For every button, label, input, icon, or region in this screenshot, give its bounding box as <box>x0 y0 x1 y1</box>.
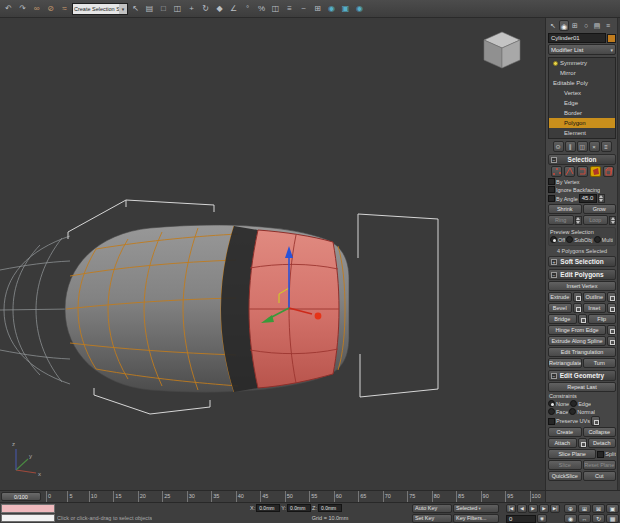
maximize-viewport-icon[interactable]: ▦ <box>606 514 619 523</box>
curve-editor-icon[interactable]: ~ <box>297 2 310 16</box>
edit-triangulation-button[interactable]: Edit Triangulation <box>548 347 616 357</box>
set-key-button[interactable]: Set Key <box>412 514 452 523</box>
listener-macro-line[interactable] <box>1 504 55 513</box>
loop-spinner[interactable] <box>609 216 616 225</box>
zoom-extents-icon[interactable]: ⊠ <box>592 504 605 513</box>
current-frame-field[interactable]: 0 <box>506 515 536 523</box>
constraint-face-radio[interactable] <box>548 408 555 415</box>
by-vertex-checkbox[interactable] <box>548 178 555 185</box>
expand-icon[interactable]: + <box>551 259 557 265</box>
insert-vertex-button[interactable]: Insert Vertex <box>548 281 616 291</box>
preserve-uvs-settings-button[interactable] <box>591 416 600 426</box>
window-crossing-icon[interactable]: ◫ <box>171 2 184 16</box>
key-filters-button[interactable]: Key Filters... <box>453 514 499 523</box>
constraint-none-radio[interactable] <box>548 400 555 407</box>
quickslice-button[interactable]: QuickSlice <box>548 471 582 481</box>
ignore-backfacing-checkbox[interactable] <box>548 186 555 193</box>
flip-button[interactable]: Flip <box>588 314 617 324</box>
pan-icon[interactable]: ↔ <box>578 514 591 523</box>
create-button[interactable]: Create <box>548 427 582 437</box>
tab-motion[interactable]: ○ <box>581 20 591 31</box>
edge-mode-icon[interactable] <box>564 166 575 177</box>
next-frame-button[interactable]: ▶ <box>539 504 549 513</box>
play-button[interactable]: ▶ <box>528 504 538 513</box>
perspective-viewport[interactable]: x y z <box>0 18 545 490</box>
redo-icon[interactable]: ↷ <box>16 2 29 16</box>
auto-key-button[interactable]: Auto Key <box>412 504 452 513</box>
schematic-view-icon[interactable]: ⊞ <box>311 2 324 16</box>
rollout-selection-header[interactable]: − Selection <box>548 154 616 165</box>
attach-settings-button[interactable] <box>578 438 587 448</box>
go-to-start-button[interactable]: |◀ <box>506 504 516 513</box>
element-mode-icon[interactable] <box>603 166 614 177</box>
select-by-name-icon[interactable]: ▤ <box>143 2 156 16</box>
stack-item-edge[interactable]: Edge <box>549 98 615 108</box>
by-angle-spinner[interactable] <box>598 194 605 203</box>
align-icon[interactable]: ≡ <box>283 2 296 16</box>
select-and-link-icon[interactable]: ∞ <box>30 2 43 16</box>
selection-set-dropdown[interactable]: Selected▾ <box>453 504 499 513</box>
rollout-soft-selection-header[interactable]: + Soft Selection <box>548 256 616 267</box>
stack-item-vertex[interactable]: Vertex <box>549 88 615 98</box>
tab-hierarchy[interactable]: ⊞ <box>570 20 580 31</box>
loop-button[interactable]: Loop <box>583 215 609 225</box>
coord-x-field[interactable]: 0.0mm <box>256 504 280 512</box>
attach-button[interactable]: Attach <box>548 438 577 448</box>
by-angle-value-field[interactable]: 45.0 <box>579 194 597 203</box>
preserve-uvs-checkbox[interactable] <box>548 418 555 425</box>
named-selection-sets-combo[interactable]: Create Selection Se ▾ <box>72 3 128 15</box>
configure-modifier-sets-button[interactable]: ≡ <box>601 141 612 152</box>
render-icon[interactable]: ◉ <box>353 2 366 16</box>
undo-icon[interactable]: ↶ <box>2 2 15 16</box>
retriangulate-button[interactable]: Retriangulate <box>548 358 582 368</box>
hinge-from-edge-settings-button[interactable] <box>607 325 616 335</box>
turn-button[interactable]: Turn <box>583 358 617 368</box>
split-checkbox[interactable] <box>597 451 604 458</box>
rollout-edit-polygons-header[interactable]: − Edit Polygons <box>548 269 616 280</box>
stack-item-mirror[interactable]: Mirror <box>549 68 615 78</box>
outline-button[interactable]: Outline <box>583 292 607 302</box>
time-slider-handle[interactable]: 0/100 <box>1 492 41 501</box>
time-slider-track[interactable]: 0/100 0510152025303540455055606570758085… <box>0 490 545 502</box>
field-of-view-icon[interactable]: ◉ <box>564 514 577 523</box>
constraint-edge-radio[interactable] <box>570 400 577 407</box>
modifier-list-dropdown[interactable]: Modifier List ▾ <box>548 44 616 55</box>
coord-z-field[interactable]: 0.0mm <box>318 504 342 512</box>
make-unique-button[interactable]: ◫ <box>577 141 588 152</box>
maxscript-mini-listener[interactable] <box>1 504 55 522</box>
go-to-end-button[interactable]: ▶| <box>550 504 560 513</box>
vertex-mode-icon[interactable] <box>551 166 562 177</box>
extrude-settings-button[interactable] <box>573 292 582 302</box>
slice-plane-button[interactable]: Slice Plane <box>548 449 596 459</box>
extrude-button[interactable]: Extrude <box>548 292 572 302</box>
constraint-normal-radio[interactable] <box>569 408 576 415</box>
outline-settings-button[interactable] <box>607 292 616 302</box>
zoom-icon[interactable]: ⊕ <box>564 504 577 513</box>
grow-button[interactable]: Grow <box>583 204 617 214</box>
unlink-selection-icon[interactable]: ⊘ <box>44 2 57 16</box>
stack-item-editable-poly[interactable]: Editable Poly <box>549 78 615 88</box>
stack-item-polygon[interactable]: Polygon <box>549 118 615 128</box>
percent-snap-icon[interactable]: % <box>255 2 268 16</box>
border-mode-icon[interactable] <box>577 166 588 177</box>
tab-display[interactable]: ▤ <box>592 20 602 31</box>
stack-item-symmetry[interactable]: Symmetry <box>549 58 615 68</box>
zoom-extents-all-icon[interactable]: ▣ <box>606 504 619 513</box>
collapse-icon[interactable]: − <box>551 272 557 278</box>
extrude-along-spline-settings-button[interactable] <box>607 336 616 346</box>
remove-modifier-button[interactable]: × <box>589 141 600 152</box>
ring-button[interactable]: Ring <box>548 215 574 225</box>
select-and-rotate-icon[interactable]: ↻ <box>199 2 212 16</box>
extrude-along-spline-button[interactable]: Extrude Along Spline <box>548 336 606 346</box>
detach-button[interactable]: Detach <box>588 438 617 448</box>
select-and-scale-icon[interactable]: ◆ <box>213 2 226 16</box>
pin-stack-button[interactable]: ⊙ <box>553 141 564 152</box>
bridge-settings-button[interactable] <box>578 314 587 324</box>
tab-create[interactable]: ↖ <box>548 20 558 31</box>
select-and-move-icon[interactable]: + <box>185 2 198 16</box>
by-angle-checkbox[interactable] <box>548 195 555 202</box>
time-configuration-button[interactable]: ◉ <box>537 514 547 523</box>
cut-button[interactable]: Cut <box>583 471 617 481</box>
material-editor-icon[interactable]: ◉ <box>325 2 338 16</box>
tab-utilities[interactable]: ≡ <box>603 20 613 31</box>
